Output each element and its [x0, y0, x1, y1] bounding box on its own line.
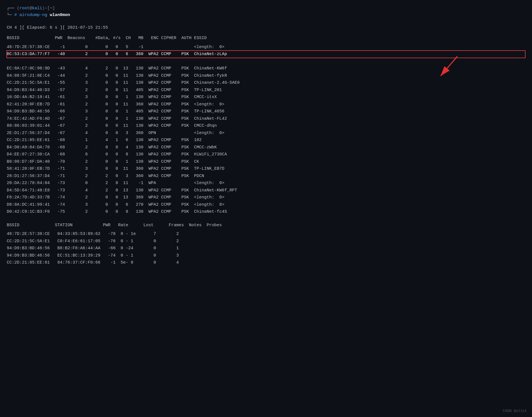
stations-section: BSSID STATION PWR Rate Lost Frames Notes…	[7, 222, 525, 266]
command: airodump-ng	[19, 13, 47, 17]
ap-table-body: 48:7D:2E:57:38:CE -1 0 0 0 5 -1 <length:…	[7, 44, 525, 216]
path: ~	[50, 6, 52, 11]
ap-table-header: BSSID PWR Beacons #Data, #/s CH MB ENC C…	[7, 35, 525, 42]
hash-symbol: #	[14, 13, 19, 17]
station-table-header: BSSID STATION PWR Rate Lost Frames Notes…	[7, 222, 525, 229]
station-table-body: 48:7D:2E:57:38:CE 04:33:85:53:89:62 -78 …	[7, 230, 525, 266]
hostname: kali	[32, 6, 42, 11]
status-line: CH 4 ][ Elapsed: 6 s ][ 2021-07-15 21:55	[7, 25, 525, 30]
bracket-close: └─	[7, 13, 12, 17]
command-arg: wlan0mon	[50, 13, 70, 17]
watermark: CSDN @ztlot	[503, 409, 527, 413]
terminal-window: ┌── (root@kali)-[~] └─ # airodump-ng wla…	[7, 5, 525, 266]
prompt-line-1: ┌── (root@kali)-[~]	[7, 5, 525, 12]
prompt-line-2: └─ # airodump-ng wlan0mon	[7, 12, 525, 19]
bracket-open: ┌──	[7, 6, 14, 11]
username: root	[19, 6, 30, 11]
highlighted-row: 8C:53:C3:DA:77:F7 -40 2 0 0 6 360 WPA2 C…	[7, 51, 525, 58]
